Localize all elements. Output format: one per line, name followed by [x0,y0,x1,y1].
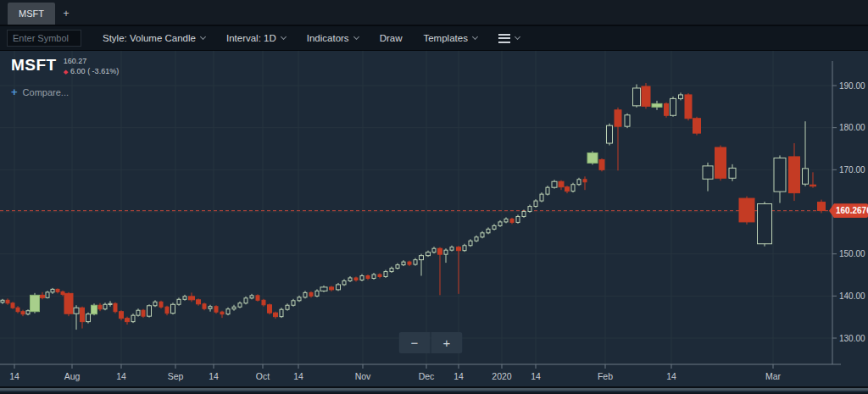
hamburger-menu-icon[interactable] [498,34,510,43]
candle [320,287,327,291]
candle [739,198,754,222]
change-text: 6.00 ( -3.61%) [70,67,119,77]
candle [354,278,358,280]
candle [803,169,809,184]
candle [715,147,726,178]
candle [420,256,424,260]
symbol-search-input[interactable] [7,30,81,47]
candle [426,252,431,256]
candle [546,187,549,194]
candle [475,237,478,241]
candle [274,313,278,316]
draw-button-label: Draw [380,33,403,43]
interval-menu[interactable]: Interval: 1D [226,33,286,43]
candle [56,289,59,291]
candle [165,307,169,313]
x-axis-label: 14 [666,371,676,381]
candle [74,308,79,314]
candle [498,222,502,225]
candle [652,103,662,107]
chevron-down-icon [353,34,359,40]
candle [315,291,319,296]
x-axis-label: 14 [453,371,464,381]
candle [203,304,206,308]
draw-button[interactable]: Draw [380,33,403,43]
x-axis-label: Mar [765,371,782,381]
candle [528,207,531,212]
candle [292,301,295,305]
x-axis-label: Nov [355,371,371,381]
y-axis-label: 130.00 [839,334,865,343]
candle [534,201,537,206]
candle [679,95,683,98]
candle [81,308,85,321]
candle [298,297,301,301]
compare-label: Compare... [23,87,69,97]
horizontal-scrollbar[interactable] [0,386,868,391]
candle [31,295,40,311]
candle [450,247,453,250]
candle [510,219,514,222]
candle [125,319,130,322]
x-axis-label: 14 [531,371,541,381]
candle [171,304,175,313]
candle [86,314,91,322]
chart-area: 190.00180.00170.00150.00140.00130.0014Au… [0,51,868,392]
candle [1,300,4,302]
candle [226,309,230,314]
chart-header: MSFT 160.27 ◆ 6.00 ( -3.61%) [11,56,119,76]
candle [366,275,370,278]
style-menu[interactable]: Style: Volume Candle [103,33,205,43]
candle [142,310,145,316]
candle [516,216,520,222]
x-axis-label: 14 [209,371,219,381]
candle [540,194,543,201]
new-tab-button[interactable]: + [55,3,77,25]
templates-menu[interactable]: Templates [423,33,476,43]
candle [220,312,224,314]
candle [810,185,816,186]
change-diamond-icon: ◆ [64,68,68,75]
candle [153,302,157,305]
zoom-in-button[interactable]: + [431,332,463,353]
candle [159,302,163,307]
candle [232,307,236,308]
candle [98,305,102,308]
candle [114,303,117,311]
candle [147,306,152,316]
candle [64,293,73,314]
candle [41,295,45,297]
candle [504,219,508,221]
candle [587,153,598,163]
candle [444,250,448,254]
compare-button[interactable]: + Compare... [11,86,69,98]
candle [183,297,186,299]
candle [131,315,135,321]
chevron-down-icon [515,34,520,40]
candle [402,262,405,264]
x-axis-label: Feb [598,371,613,381]
candle [492,225,496,229]
tab-label: MSFT [19,8,44,19]
zoom-out-button[interactable]: − [399,332,431,353]
candle [309,292,313,296]
candle [92,305,97,314]
y-axis-label: 190.00 [839,81,865,91]
last-price-tag: 160.2676 [829,203,868,218]
candle [457,247,461,251]
indicators-menu[interactable]: Indicators [307,33,359,43]
x-axis-label: 14 [293,371,303,381]
candle [559,181,564,186]
candle [390,269,393,272]
candle [615,110,621,126]
templates-menu-label: Templates [423,33,467,43]
candle [577,180,581,185]
x-axis-label: Aug [64,371,81,381]
candle [360,275,364,280]
tab-msft[interactable]: MSFT [8,3,55,25]
tab-bar: MSFT + [0,0,868,26]
candle [685,95,692,119]
candle [342,280,346,284]
candle [670,98,676,115]
x-axis-label: 2020 [492,371,512,381]
